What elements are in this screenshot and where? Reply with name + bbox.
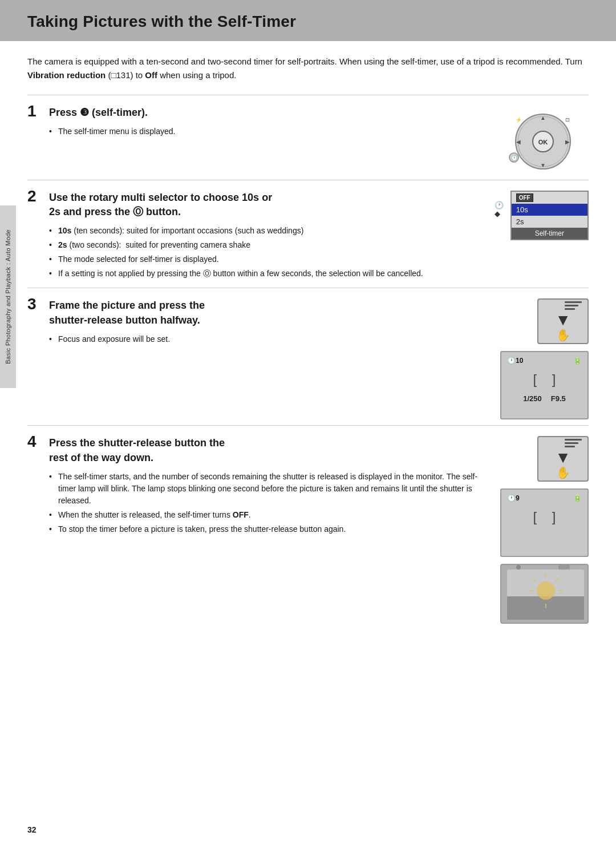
- step-1: 1 Press ❸ (self-timer). The self-timer m…: [27, 95, 589, 174]
- step-3-heading: Frame the picture and press theshutter-r…: [49, 298, 489, 327]
- lcd-brackets-4: [ ]: [507, 509, 582, 525]
- menu-option-10s: 10s: [512, 204, 587, 216]
- svg-rect-15: [507, 596, 584, 620]
- lcd-bracket-left-3: [ ]: [533, 371, 556, 387]
- lcd-timer-icon-4: 🕐9: [507, 494, 520, 502]
- svg-text:▶: ▶: [565, 139, 570, 145]
- step-1-body: Press ❸ (self-timer). The self-timer men…: [49, 106, 589, 174]
- menu-option-off: OFF: [512, 192, 587, 204]
- page-title: Taking Pictures with the Self-Timer: [27, 13, 589, 31]
- step-3-text: Frame the picture and press theshutter-r…: [49, 298, 489, 347]
- sidebar-label-text: Basic Photography and Playback : Auto Mo…: [5, 229, 11, 364]
- step-4-text: Press the shutter-release button therest…: [49, 436, 489, 537]
- step-2: 2 Use the rotary multi selector to choos…: [27, 180, 589, 282]
- shutter-diagram-3: ▼ ✋: [537, 298, 589, 344]
- page-number: 32: [27, 825, 37, 834]
- shutter-line-3: [565, 308, 575, 310]
- step-2-bullet-1: 10s (ten seconds): suited for important …: [49, 225, 483, 237]
- camera-photo-svg: [501, 565, 589, 624]
- step-1-text: Press ❸ (self-timer). The self-timer men…: [49, 106, 486, 140]
- camera-photo-4: [500, 564, 589, 624]
- lcd-top-4: 🕐9 🔋: [507, 494, 582, 502]
- step-2-bullet-4: If a setting is not applied by pressing …: [49, 268, 483, 280]
- intro-paragraph: The camera is equipped with a ten-second…: [27, 55, 589, 82]
- menu-side-icon: 🕐◆: [495, 191, 508, 218]
- lcd-brackets-3: [ ]: [507, 371, 582, 387]
- step-2-bullet-3: The mode selected for self-timer is disp…: [49, 253, 483, 265]
- svg-text:⊡: ⊡: [565, 117, 570, 123]
- step-3-images: ▼ ✋ 🕐10 🔋 [ ]: [500, 298, 589, 419]
- step-4-images: ▼ ✋ 🕐9 🔋 [ ]: [500, 436, 589, 624]
- step-1-bullet-1: The self-timer menu is displayed.: [49, 126, 486, 138]
- svg-text:⚡: ⚡: [516, 116, 522, 123]
- menu-2s-text: 2s: [516, 217, 524, 226]
- lcd-timer-icon-3: 🕐10: [507, 357, 523, 365]
- step-1-heading: Press ❸ (self-timer).: [49, 106, 486, 120]
- step-2-number: 2: [27, 188, 49, 204]
- shutter-arrow-3: ▼: [555, 312, 571, 328]
- step-4-body: Press the shutter-release button therest…: [49, 436, 589, 624]
- lcd-screen-4: 🕐9 🔋 [ ]: [500, 488, 589, 557]
- shutter-line-1: [565, 301, 582, 303]
- intro-bold2: Off: [145, 70, 157, 80]
- sidebar-label: Basic Photography and Playback : Auto Mo…: [0, 205, 16, 388]
- shutter-box-3: ▼ ✋: [537, 298, 589, 344]
- lcd-bottom-3: 1/250 F9.5: [507, 394, 582, 403]
- svg-point-24: [516, 565, 521, 570]
- shutter-arrow-4: ▼: [555, 450, 571, 466]
- svg-text:OK: OK: [538, 139, 548, 146]
- camera-dial-svg: OK ▲ ▼ ◀ ▶ ⚡ ⊡ ❸ 🕐: [500, 107, 586, 173]
- lcd-screen-3: 🕐10 🔋 [ ] 1/250 F9.5: [500, 351, 589, 419]
- menu-10s-text: 10s: [516, 205, 528, 214]
- step-3-bullets: Focus and exposure will be set.: [49, 333, 489, 345]
- lcd-battery-4: 🔋: [573, 494, 582, 502]
- lcd-aperture-3: F9.5: [551, 394, 566, 403]
- shutter-hand-3: ✋: [556, 328, 570, 342]
- lcd-top-3: 🕐10 🔋: [507, 357, 582, 365]
- shutter-line-4-2: [565, 442, 578, 444]
- step-2-10s: 10s: [242, 192, 259, 203]
- lcd-spacer-4: [507, 532, 582, 543]
- menu-wrapper: OFF 10s 2s Self-timer: [510, 191, 589, 240]
- shutter-lines-4: [565, 439, 587, 447]
- step-2-2s: 2s: [49, 206, 60, 217]
- menu-option-2s: 2s: [512, 216, 587, 228]
- step-4-heading: Press the shutter-release button therest…: [49, 436, 489, 465]
- step-2-bullets: 10s (ten seconds): suited for important …: [49, 225, 483, 280]
- off-badge: OFF: [516, 193, 533, 202]
- step-4-bullet-1: The self-timer starts, and the number of…: [49, 471, 489, 507]
- svg-rect-23: [558, 565, 570, 570]
- shutter-diagram-4: ▼ ✋: [537, 436, 589, 482]
- step-3-body: Frame the picture and press theshutter-r…: [49, 298, 589, 419]
- svg-text:🕐: 🕐: [511, 155, 518, 161]
- svg-text:▼: ▼: [540, 162, 546, 168]
- lcd-shutter-speed-3: 1/250: [523, 394, 542, 403]
- lcd-bracket-left-4: [ ]: [533, 509, 556, 525]
- step-2-body: Use the rotary multi selector to choose …: [49, 191, 589, 282]
- svg-point-16: [537, 582, 555, 600]
- step-1-bullets: The self-timer menu is displayed.: [49, 126, 486, 138]
- step-4-bullets: The self-timer starts, and the number of…: [49, 471, 489, 535]
- step-1-number: 1: [27, 103, 49, 119]
- step-4: 4 Press the shutter-release button there…: [27, 425, 589, 624]
- intro-bold1: Vibration reduction: [27, 70, 106, 80]
- lcd-battery-3: 🔋: [573, 357, 582, 365]
- svg-text:▲: ▲: [540, 115, 546, 121]
- step-3-number: 3: [27, 296, 49, 312]
- step-2-heading: Use the rotary multi selector to choose …: [49, 191, 483, 219]
- step-4-bullet-3: To stop the timer before a picture is ta…: [49, 523, 489, 535]
- page-content: The camera is equipped with a ten-second…: [0, 41, 616, 652]
- page-header: Taking Pictures with the Self-Timer: [0, 0, 616, 41]
- step-2-menu: 🕐◆ OFF 10s: [495, 191, 589, 240]
- step-2-bullet-2: 2s (two seconds): suited for preventing …: [49, 239, 483, 251]
- step-3: 3 Frame the picture and press theshutter…: [27, 288, 589, 419]
- shutter-line-2: [565, 305, 578, 306]
- step-4-bullet-2: When the shutter is released, the self-t…: [49, 509, 489, 521]
- step-2-text: Use the rotary multi selector to choose …: [49, 191, 483, 282]
- menu-footer: Self-timer: [512, 228, 587, 239]
- svg-text:◀: ◀: [516, 139, 521, 145]
- shutter-line-4-3: [565, 446, 575, 447]
- shutter-lines-3: [565, 301, 587, 310]
- shutter-box-4: ▼ ✋: [537, 436, 589, 482]
- step-3-bullet-1: Focus and exposure will be set.: [49, 333, 489, 345]
